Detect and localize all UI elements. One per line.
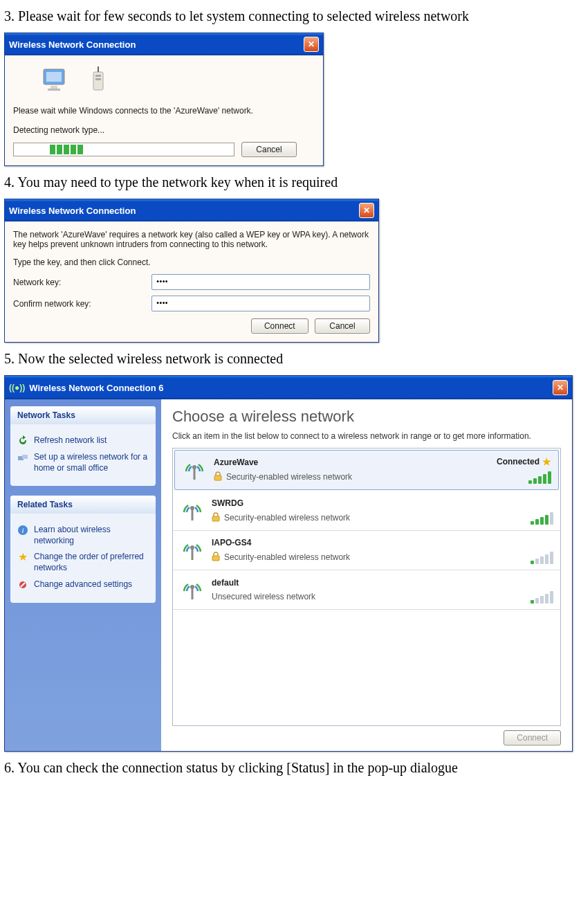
- network-list[interactable]: AzureWaveSecurity-enabled wireless netwo…: [172, 448, 561, 726]
- star-icon: ★: [542, 456, 551, 467]
- network-tasks-header: Network Tasks: [10, 406, 156, 424]
- connect-button[interactable]: Connect: [251, 318, 308, 334]
- network-item[interactable]: defaultUnsecured wireless network: [173, 570, 560, 610]
- refresh-icon: [17, 435, 28, 446]
- lock-icon: [214, 471, 222, 483]
- svg-rect-9: [22, 455, 28, 459]
- dialog-title: Wireless Network Connection: [9, 39, 136, 50]
- learn-wireless[interactable]: i Learn about wireless networking: [17, 525, 149, 546]
- svg-point-23: [190, 585, 194, 589]
- sidebar: Network Tasks Refresh network list Set u…: [5, 399, 161, 751]
- icon-row: [13, 64, 315, 106]
- close-icon[interactable]: ✕: [304, 37, 319, 52]
- connected-label: Connected ★: [497, 456, 551, 467]
- network-item[interactable]: AzureWaveSecurity-enabled wireless netwo…: [174, 450, 559, 490]
- wifi-icon: [180, 577, 205, 602]
- setup-wireless-network[interactable]: Set up a wireless network for a home or …: [17, 452, 149, 473]
- network-security: Unsecured wireless network: [212, 592, 524, 601]
- dialog-title: Wireless Network Connection 6: [29, 383, 163, 393]
- svg-rect-15: [214, 475, 221, 480]
- network-name: default: [212, 578, 524, 588]
- monitor-icon: [41, 66, 71, 96]
- network-item[interactable]: IAPO-GS4Security-enabled wireless networ…: [173, 531, 560, 570]
- advanced-icon: [17, 579, 28, 590]
- confirm-key-input[interactable]: [151, 296, 370, 311]
- network-key-input[interactable]: [151, 274, 370, 290]
- step-3-text: 3. Please wait for few seconds to let sy…: [4, 8, 577, 24]
- key-required-message: The network 'AzureWave' requires a netwo…: [13, 230, 370, 249]
- star-icon: ★: [17, 552, 28, 563]
- wifi-icon: [180, 538, 205, 563]
- svg-rect-6: [95, 78, 101, 80]
- dialog-title: Wireless Network Connection: [9, 206, 136, 216]
- svg-rect-2: [50, 86, 57, 89]
- close-icon[interactable]: ✕: [553, 380, 568, 395]
- svg-point-14: [192, 465, 196, 469]
- lock-icon: [212, 552, 220, 563]
- network-name: SWRDG: [212, 498, 524, 508]
- wireless-list-dialog: ((●)) Wireless Network Connection 6 ✕ Ne…: [4, 375, 573, 752]
- related-tasks-header: Related Tasks: [10, 496, 156, 514]
- signal-icon: [531, 591, 553, 604]
- signal-icon: [531, 552, 553, 564]
- connect-button[interactable]: Connect: [504, 730, 561, 745]
- network-security: Security-enabled wireless network: [212, 552, 524, 563]
- choose-network-sub: Click an item in the list below to conne…: [172, 431, 561, 441]
- type-key-prompt: Type the key, and then click Connect.: [13, 257, 370, 267]
- svg-rect-5: [95, 75, 101, 77]
- svg-text:i: i: [21, 526, 24, 534]
- change-order[interactable]: ★ Change the order of preferred networks: [17, 552, 149, 573]
- network-item[interactable]: SWRDGSecurity-enabled wireless network: [173, 491, 560, 531]
- connecting-message: Please wait while Windows connects to th…: [13, 106, 315, 116]
- wifi-title-icon: ((●)): [9, 383, 25, 392]
- titlebar: Wireless Network Connection ✕: [5, 199, 378, 221]
- main-panel: Choose a wireless network Click an item …: [161, 399, 572, 751]
- network-name: IAPO-GS4: [212, 538, 524, 547]
- cancel-button[interactable]: Cancel: [315, 318, 370, 334]
- wifi-icon: [180, 498, 205, 523]
- svg-rect-4: [93, 72, 103, 90]
- change-advanced[interactable]: Change advanced settings: [17, 579, 149, 590]
- progress-bar: [13, 143, 234, 156]
- network-security: Security-enabled wireless network: [214, 471, 490, 483]
- svg-rect-18: [212, 516, 219, 521]
- step-5-text: 5. Now the selected wireless network is …: [4, 351, 577, 367]
- step-6-text: 6. You can check the connection status b…: [4, 760, 577, 776]
- network-security: Security-enabled wireless network: [212, 512, 524, 524]
- signal-icon: [531, 512, 553, 525]
- connecting-dialog: Wireless Network Connection ✕ Please wai…: [4, 33, 324, 166]
- cancel-button[interactable]: Cancel: [241, 142, 297, 157]
- svg-rect-3: [48, 89, 60, 91]
- network-key-dialog: Wireless Network Connection ✕ The networ…: [4, 199, 379, 343]
- confirm-key-label: Confirm network key:: [13, 299, 151, 309]
- step-4-text: 4. You may need to type the network key …: [4, 174, 577, 190]
- status-text: Detecting network type...: [13, 125, 315, 135]
- titlebar: Wireless Network Connection ✕: [5, 33, 323, 55]
- svg-rect-1: [46, 72, 62, 82]
- wifi-icon: [182, 458, 207, 482]
- svg-point-20: [190, 545, 194, 550]
- network-tasks-panel: Network Tasks Refresh network list Set u…: [10, 406, 156, 486]
- svg-rect-21: [212, 556, 219, 561]
- svg-point-17: [190, 506, 194, 510]
- lock-icon: [212, 512, 220, 524]
- choose-network-heading: Choose a wireless network: [172, 408, 561, 426]
- setup-icon: [17, 452, 28, 463]
- titlebar: ((●)) Wireless Network Connection 6 ✕: [5, 376, 572, 399]
- info-icon: i: [17, 525, 28, 536]
- signal-icon: [528, 471, 551, 484]
- related-tasks-panel: Related Tasks i Learn about wireless net…: [10, 496, 156, 602]
- refresh-network-list[interactable]: Refresh network list: [17, 435, 149, 446]
- network-name: AzureWave: [214, 458, 490, 467]
- close-icon[interactable]: ✕: [359, 203, 374, 218]
- access-point-icon: [88, 66, 109, 96]
- network-key-label: Network key:: [13, 278, 151, 287]
